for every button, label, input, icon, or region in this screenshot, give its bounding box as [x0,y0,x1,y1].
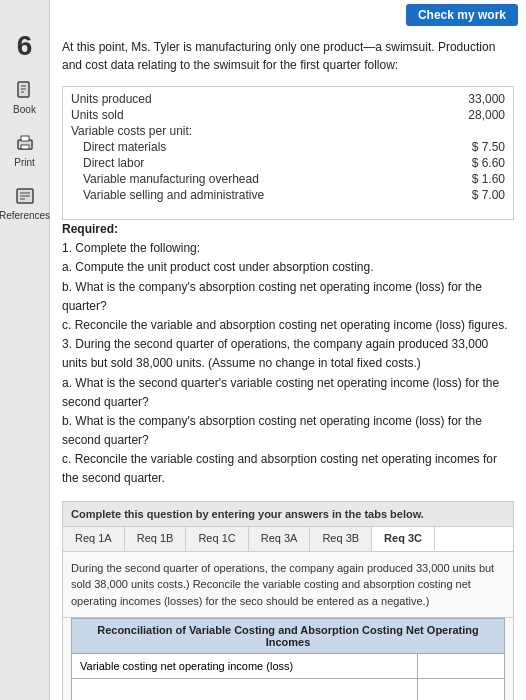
svg-rect-6 [21,145,29,149]
row-value: $ 7.50 [332,139,509,155]
tab-req3c[interactable]: Req 3C [372,527,435,551]
table-row: Variable costing net operating income (l… [72,654,505,679]
row-label: Variable selling and administrative [67,187,332,203]
table-row: Units sold 28,000 [67,107,509,123]
tab-req3b[interactable]: Req 3B [310,527,372,551]
recon-input-variable[interactable] [426,660,496,672]
sidebar-item-print[interactable]: Print [13,131,37,168]
req-item-7: c. Reconcile the variable costing and ab… [62,450,514,488]
row-label: Units sold [67,107,332,123]
data-table-container: Units produced 33,000 Units sold 28,000 … [62,86,514,220]
table-row: Units produced 33,000 [67,91,509,107]
tab-req3a[interactable]: Req 3A [249,527,311,551]
main-content: At this point, Ms. Tyler is manufacturin… [50,30,526,700]
table-row: Variable manufacturing overhead $ 1.60 [67,171,509,187]
sidebar-book-label: Book [13,104,36,115]
tab-req1c[interactable]: Req 1C [186,527,248,551]
tab-instruction: Complete this question by entering your … [63,502,513,527]
sidebar-references-label: References [0,210,50,221]
table-row: Variable costs per unit: [67,123,509,139]
row-label: Variable costs per unit: [67,123,332,139]
top-bar: Check my work [0,0,526,30]
row-label: Direct labor [67,155,332,171]
req-item-6: b. What is the company's absorption cost… [62,412,514,450]
row-value: 28,000 [332,107,509,123]
row-value: 33,000 [332,91,509,107]
row-value: $ 7.00 [332,187,509,203]
row-label: Variable manufacturing overhead [67,171,332,187]
check-my-work-button[interactable]: Check my work [406,4,518,26]
problem-intro: At this point, Ms. Tyler is manufacturin… [62,38,514,74]
req-item-4: 3. During the second quarter of operatio… [62,335,514,373]
req-item-5: a. What is the second quarter's variable… [62,374,514,412]
recon-input-cell[interactable] [418,654,505,679]
recon-input-middle[interactable] [426,685,496,697]
reconciliation-table: Variable costing net operating income (l… [71,653,505,700]
required-section: Required: 1. Complete the following: a. … [62,220,514,489]
req-item-2: b. What is the company's absorption cost… [62,278,514,316]
sidebar-item-book[interactable]: Book [13,78,37,115]
row-value: $ 1.60 [332,171,509,187]
req-item-3: c. Reconcile the variable and absorption… [62,316,514,335]
sidebar-item-references[interactable]: References [0,184,50,221]
references-icon [13,184,37,208]
book-icon [13,78,37,102]
row-label: Direct materials [67,139,332,155]
table-row [72,679,505,700]
print-icon [13,131,37,155]
recon-label-empty [72,679,418,700]
table-row: Variable selling and administrative $ 7.… [67,187,509,203]
recon-label-variable: Variable costing net operating income (l… [72,654,418,679]
row-value [332,123,509,139]
reconciliation-title: Reconciliation of Variable Costing and A… [71,618,505,653]
row-value: $ 6.60 [332,155,509,171]
table-row: Direct labor $ 6.60 [67,155,509,171]
req-item-1: a. Compute the unit product cost under a… [62,258,514,277]
tab-req1a[interactable]: Req 1A [63,527,125,551]
req-item-0: 1. Complete the following: [62,239,514,258]
svg-rect-5 [21,136,29,141]
table-row: Direct materials $ 7.50 [67,139,509,155]
tabs: Req 1A Req 1B Req 1C Req 3A Req 3B Req 3… [63,527,513,552]
sidebar-print-label: Print [14,157,35,168]
reconciliation-wrapper: Reconciliation of Variable Costing and A… [63,618,513,700]
tab-description: During the second quarter of operations,… [63,552,513,619]
recon-input-cell[interactable] [418,679,505,700]
sidebar: 6 Book Print [0,0,50,700]
problem-number: 6 [17,30,33,62]
row-label: Units produced [67,91,332,107]
tab-container: Complete this question by entering your … [62,501,514,700]
tab-req1b[interactable]: Req 1B [125,527,187,551]
required-heading: Required: [62,222,118,236]
cost-data-table: Units produced 33,000 Units sold 28,000 … [67,91,509,203]
